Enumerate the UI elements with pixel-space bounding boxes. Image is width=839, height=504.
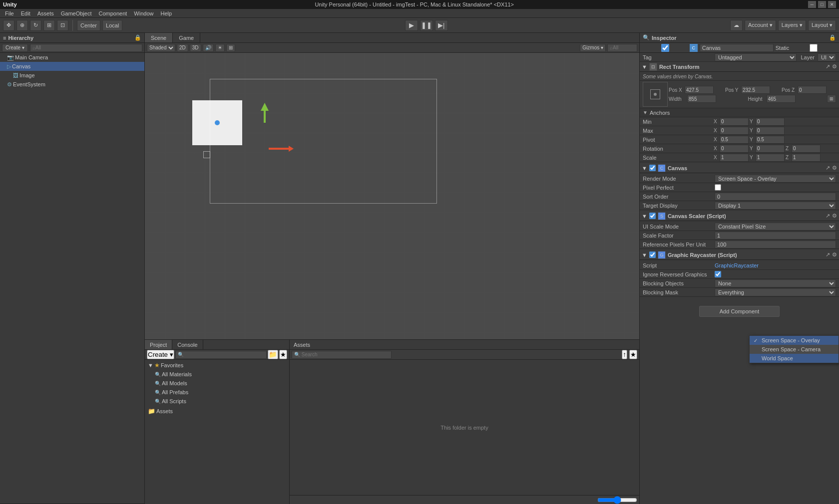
tree-all-scripts[interactable]: 🔍 All Scripts bbox=[146, 397, 288, 406]
pivot-center-button[interactable]: Center bbox=[77, 20, 100, 31]
layers-button[interactable]: Layers ▾ bbox=[778, 20, 806, 31]
tree-assets-root[interactable]: 📁 Assets bbox=[146, 407, 288, 416]
hierarchy-lock-icon[interactable]: 🔒 bbox=[134, 34, 141, 41]
render-mode-select[interactable]: Screen Space - Overlay Screen Space - Ca… bbox=[715, 175, 836, 183]
pause-button[interactable]: ❚❚ bbox=[420, 20, 433, 31]
cloud-button[interactable]: ☁ bbox=[730, 20, 743, 31]
step-button[interactable]: ▶| bbox=[435, 20, 448, 31]
menu-component[interactable]: Component bbox=[95, 9, 130, 17]
project-star-button[interactable]: ★ bbox=[279, 350, 287, 359]
inspector-lock-icon[interactable]: 🔒 bbox=[829, 34, 836, 41]
scale-x-input[interactable] bbox=[720, 154, 749, 162]
tree-all-models[interactable]: 🔍 All Models bbox=[146, 379, 288, 388]
fx-button[interactable]: ⊞ bbox=[226, 44, 235, 52]
tab-console[interactable]: Console bbox=[172, 340, 203, 349]
graphic-raycaster-active-checkbox[interactable] bbox=[649, 252, 656, 258]
maximize-button[interactable]: □ bbox=[818, 1, 826, 8]
rect-transform-gear-icon[interactable]: ⚙ bbox=[832, 63, 837, 70]
hierarchy-item-eventsystem[interactable]: ⚙ EventSystem bbox=[0, 80, 144, 89]
blocking-objects-select[interactable]: None bbox=[715, 279, 836, 287]
pivot-x-input[interactable] bbox=[720, 136, 749, 144]
graphic-raycaster-gear-icon[interactable]: ⚙ bbox=[832, 252, 837, 258]
graphic-raycaster-header[interactable]: ▼ G Graphic Raycaster (Script) ↗ ⚙ bbox=[640, 250, 839, 260]
project-folder-button[interactable]: 📁 bbox=[268, 350, 278, 359]
ui-scale-mode-select[interactable]: Constant Pixel Size bbox=[715, 223, 836, 231]
static-checkbox[interactable] bbox=[791, 44, 836, 52]
dropdown-item-worldspace[interactable]: World Space bbox=[750, 354, 839, 363]
tool-move[interactable]: ⊕ bbox=[16, 20, 28, 31]
2d-mode-button[interactable]: 2D bbox=[177, 44, 188, 52]
coord-local-button[interactable]: Local bbox=[102, 20, 122, 31]
layer-select[interactable]: UI bbox=[818, 53, 836, 61]
zoom-slider[interactable] bbox=[597, 496, 637, 504]
sort-order-input[interactable] bbox=[715, 193, 836, 201]
pos-x-input[interactable] bbox=[685, 86, 714, 94]
dropdown-item-camera[interactable]: Screen Space - Camera bbox=[750, 345, 839, 354]
anchor-handle[interactable] bbox=[203, 151, 210, 158]
move-handle-y[interactable] bbox=[261, 103, 269, 124]
play-button[interactable]: ▶ bbox=[405, 20, 418, 31]
dropdown-item-overlay[interactable]: ✓ Screen Space - Overlay bbox=[750, 336, 839, 345]
audio-button[interactable]: 🔊 bbox=[203, 44, 214, 52]
menu-window[interactable]: Window bbox=[131, 9, 156, 17]
tool-scale[interactable]: ⊞ bbox=[43, 20, 55, 31]
move-handle-x[interactable] bbox=[269, 146, 294, 153]
lighting-button[interactable]: ☀ bbox=[215, 44, 225, 52]
rot-z-input[interactable] bbox=[792, 145, 821, 153]
height-input[interactable] bbox=[767, 95, 796, 103]
canvas-component-open-icon[interactable]: ↗ bbox=[826, 165, 830, 171]
minimize-button[interactable]: ─ bbox=[808, 1, 816, 8]
scene-view[interactable] bbox=[145, 53, 639, 339]
project-create-button[interactable]: Create ▾ bbox=[147, 350, 174, 359]
menu-edit[interactable]: Edit bbox=[18, 9, 33, 17]
pivot-y-input[interactable] bbox=[756, 136, 785, 144]
tab-scene[interactable]: Scene bbox=[145, 33, 173, 42]
tree-all-prefabs[interactable]: 🔍 All Prefabs bbox=[146, 388, 288, 397]
graphic-raycaster-open-icon[interactable]: ↗ bbox=[826, 252, 830, 258]
gizmos-button[interactable]: Gizmos ▾ bbox=[580, 44, 606, 52]
assets-filter-input[interactable] bbox=[292, 351, 392, 359]
menu-help[interactable]: Help bbox=[157, 9, 175, 17]
tab-game[interactable]: Game bbox=[173, 33, 200, 42]
scene-search-input[interactable] bbox=[607, 44, 637, 52]
menu-assets[interactable]: Assets bbox=[34, 9, 57, 17]
object-active-checkbox[interactable] bbox=[643, 44, 688, 52]
shading-mode-select[interactable]: Shaded bbox=[147, 44, 175, 52]
tab-project[interactable]: Project bbox=[145, 340, 172, 349]
canvas-component-header[interactable]: ▼ C Canvas ↗ ⚙ bbox=[640, 163, 839, 173]
rect-transform-header[interactable]: ▼ ⊡ Rect Transform ↗ ⚙ bbox=[640, 62, 839, 72]
tag-select[interactable]: Untagged bbox=[715, 53, 797, 61]
canvas-scaler-open-icon[interactable]: ↗ bbox=[826, 213, 830, 219]
project-search-input[interactable] bbox=[175, 351, 267, 359]
tree-favorites-root[interactable]: ▼ ★ Favorites bbox=[146, 361, 288, 370]
constrain-proportions-button[interactable]: ⊞ bbox=[827, 95, 836, 103]
rot-x-input[interactable] bbox=[720, 145, 749, 153]
canvas-component-active-checkbox[interactable] bbox=[649, 165, 656, 171]
pixel-perfect-checkbox[interactable] bbox=[715, 184, 721, 191]
menu-gameobject[interactable]: GameObject bbox=[58, 9, 95, 17]
ignore-reversed-checkbox[interactable] bbox=[715, 271, 721, 277]
canvas-scaler-gear-icon[interactable]: ⚙ bbox=[832, 213, 837, 219]
hierarchy-item-image[interactable]: 🖼 Image bbox=[0, 71, 144, 80]
close-button[interactable]: ✕ bbox=[828, 1, 836, 8]
rot-y-input[interactable] bbox=[756, 145, 785, 153]
account-button[interactable]: Account ▾ bbox=[745, 20, 776, 31]
hierarchy-search-input[interactable] bbox=[30, 44, 142, 52]
tree-all-materials[interactable]: 🔍 All Materials bbox=[146, 370, 288, 379]
scale-y-input[interactable] bbox=[756, 154, 785, 162]
width-input[interactable] bbox=[687, 95, 716, 103]
hierarchy-create-button[interactable]: Create ▾ bbox=[2, 44, 28, 52]
tool-rect[interactable]: ⊡ bbox=[57, 20, 68, 31]
hierarchy-item-canvas[interactable]: ▷ Canvas bbox=[0, 62, 144, 71]
anchor-max-x-input[interactable] bbox=[720, 127, 749, 135]
hierarchy-item-main-camera[interactable]: 📷 Main Camera bbox=[0, 53, 144, 62]
scale-factor-input[interactable] bbox=[715, 232, 836, 240]
blocking-mask-select[interactable]: Everything bbox=[715, 288, 836, 296]
add-component-button[interactable]: Add Component bbox=[699, 306, 780, 317]
scale-z-input[interactable] bbox=[792, 154, 821, 162]
layout-button[interactable]: Layout ▾ bbox=[808, 20, 836, 31]
canvas-scaler-active-checkbox[interactable] bbox=[649, 213, 656, 219]
ref-pixels-input[interactable] bbox=[715, 241, 836, 249]
menu-file[interactable]: File bbox=[2, 9, 17, 17]
rect-transform-open-icon[interactable]: ↗ bbox=[826, 63, 830, 70]
